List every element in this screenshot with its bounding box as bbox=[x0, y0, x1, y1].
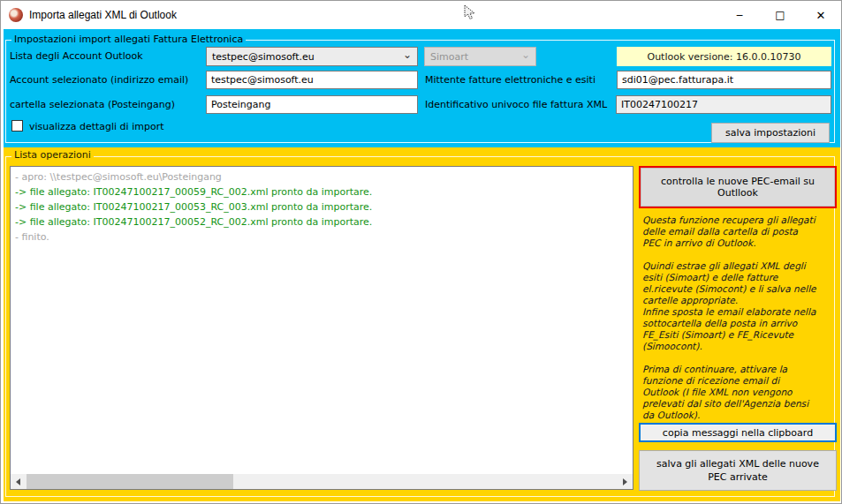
minimize-icon: ─ bbox=[737, 10, 743, 21]
title-bar: Importa allegati XML di Outlook ─ □ ✕ bbox=[1, 1, 842, 29]
app-window: Importa allegati XML di Outlook ─ □ ✕ Im… bbox=[0, 0, 842, 504]
identifier-field[interactable] bbox=[616, 95, 831, 114]
profile-combobox-disabled: Simoart ⌄ bbox=[424, 47, 536, 66]
details-checkbox-label: visualizza dettagli di import bbox=[29, 121, 163, 132]
selected-account-field[interactable] bbox=[206, 71, 418, 89]
profile-selected-value: Simoart bbox=[430, 51, 468, 63]
copy-messages-button[interactable]: copia messaggi nella clipboard bbox=[639, 423, 837, 442]
account-list-selected-value: testpec@simosoft.eu bbox=[212, 51, 315, 63]
log-line: -> file allegato: IT00247100217_00052_RC… bbox=[15, 214, 628, 229]
scroll-left-button[interactable] bbox=[11, 474, 26, 489]
log-line: - apro: \\testpec@simosoft.eu\Posteingan… bbox=[15, 169, 628, 184]
identifier-label: Identificativo univoco file fattura XML bbox=[425, 99, 607, 110]
check-pec-button-highlight: controlla le nuove PEC-email su Outllook bbox=[639, 166, 837, 208]
log-line: -> file allegato: IT00247100217_00053_RC… bbox=[15, 199, 628, 214]
function-description: Questa funzione recupera gli allegati de… bbox=[642, 214, 836, 421]
mouse-cursor-icon bbox=[464, 4, 476, 20]
account-list-label: Lista degli Account Outlook bbox=[10, 50, 143, 62]
operations-log-listbox[interactable]: - apro: \\testpec@simosoft.eu\Posteingan… bbox=[10, 166, 633, 490]
maximize-icon: □ bbox=[775, 9, 785, 21]
save-xml-attachments-button[interactable]: salva gli allegati XML delle nuove PEC a… bbox=[639, 450, 837, 491]
details-checkbox[interactable] bbox=[11, 120, 23, 132]
settings-group-title: Impostazioni import allegati Fattura Ele… bbox=[11, 34, 246, 45]
triangle-right-icon bbox=[623, 478, 627, 485]
log-lines: - apro: \\testpec@simosoft.eu\Posteingan… bbox=[11, 167, 633, 474]
horizontal-scrollbar[interactable] bbox=[11, 474, 633, 489]
folder-label: cartella selezionata (Posteingang) bbox=[10, 99, 175, 110]
chevron-down-icon: ⌄ bbox=[403, 50, 412, 59]
sender-label: Mittente fatture elettroniche e esiti bbox=[425, 74, 595, 86]
description-paragraph: Questa funzione recupera gli allegati de… bbox=[642, 214, 836, 249]
scroll-right-button[interactable] bbox=[618, 474, 633, 489]
close-icon: ✕ bbox=[816, 9, 826, 22]
operations-group-title: Lista operazioni bbox=[11, 149, 94, 161]
save-settings-button[interactable]: salva impostazioni bbox=[711, 123, 830, 143]
close-button[interactable]: ✕ bbox=[800, 1, 841, 29]
sender-field[interactable] bbox=[617, 71, 831, 89]
minimize-button[interactable]: ─ bbox=[719, 1, 760, 29]
description-paragraph: Quindi estrae gli allegati XML degli esi… bbox=[642, 260, 836, 352]
chevron-down-icon: ⌄ bbox=[521, 50, 530, 59]
folder-field[interactable] bbox=[206, 95, 418, 114]
outlook-version-label: Outlook versione: 16.0.0.10730 bbox=[617, 47, 831, 66]
triangle-left-icon bbox=[16, 478, 20, 485]
description-paragraph: Prima di continuare, attivare la funzion… bbox=[642, 364, 836, 421]
maximize-button[interactable]: □ bbox=[760, 1, 800, 29]
window-title: Importa allegati XML di Outlook bbox=[29, 9, 177, 21]
log-line: -> file allegato: IT00247100217_00059_RC… bbox=[15, 184, 628, 199]
scrollbar-thumb[interactable] bbox=[27, 474, 233, 489]
check-pec-button[interactable]: controlla le nuove PEC-email su Outllook bbox=[641, 168, 835, 207]
account-list-combobox[interactable]: testpec@simosoft.eu ⌄ bbox=[206, 47, 418, 66]
log-line: - finito. bbox=[15, 229, 628, 244]
app-icon bbox=[9, 8, 23, 22]
selected-account-label: Account selezionato (indirizzo email) bbox=[10, 74, 188, 86]
